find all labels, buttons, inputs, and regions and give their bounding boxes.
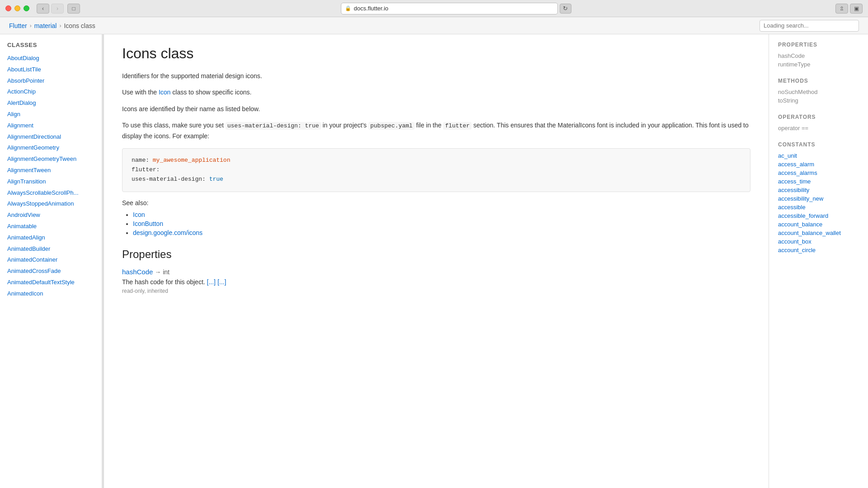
see-also-item-iconbutton: IconButton: [133, 219, 750, 228]
reload-button[interactable]: ↻: [560, 4, 571, 14]
sidebar-item-animatedcrossfade[interactable]: AnimatedCrossFade: [7, 266, 104, 277]
right-access-time[interactable]: access_time: [778, 177, 868, 186]
sidebar-item-alignmenttween[interactable]: AlignmentTween: [7, 165, 104, 176]
sidebar-item-animatedicon[interactable]: AnimatedIcon: [7, 288, 104, 300]
see-also-link-design[interactable]: design.google.com/icons: [133, 229, 203, 236]
right-sidebar-methods: METHODS noSuchMethod toString: [778, 78, 868, 105]
sidebar-item-absorbpointer[interactable]: AbsorbPointer: [7, 75, 104, 87]
desc-3: Icons are identified by their name as li…: [122, 104, 750, 114]
sidebar-item-animatedalign[interactable]: AnimatedAlign: [7, 232, 104, 244]
sidebar-item-animatable[interactable]: Animatable: [7, 221, 104, 232]
sidebar-item-aligntransition[interactable]: AlignTransition: [7, 176, 104, 188]
see-also-link-icon[interactable]: Icon: [133, 211, 145, 218]
sidebar-item-alignmentdirectional[interactable]: AlignmentDirectional: [7, 131, 104, 143]
right-accessible[interactable]: accessible: [778, 203, 868, 211]
sidebar-item-alignmentgeometrytween[interactable]: AlignmentGeometryTween: [7, 154, 104, 165]
right-methods-title: METHODS: [778, 78, 868, 84]
property-type-1: int: [163, 268, 170, 276]
property-hashcode-link[interactable]: hashCode: [122, 268, 153, 276]
right-accessible-forward[interactable]: accessible_forward: [778, 211, 868, 220]
right-sidebar-operators: OPERATORS operator ==: [778, 114, 868, 132]
code-pubspec: pubspec.yaml: [368, 122, 415, 130]
description: Identifiers for the supported material d…: [122, 71, 750, 141]
right-account-circle[interactable]: account_circle: [778, 246, 868, 254]
sidebar-item-align[interactable]: Align: [7, 109, 104, 120]
titlebar: ‹ › □ 🔒 docs.flutter.io ↻ ⇫ ▣: [0, 0, 868, 17]
sidebar-item-animateddefaulttextstyle[interactable]: AnimatedDefaultTextStyle: [7, 277, 104, 288]
search-input[interactable]: [760, 20, 859, 32]
breadcrumb-material[interactable]: material: [34, 22, 57, 29]
expand-button[interactable]: ▣: [850, 4, 863, 14]
right-nosuchmethod-link[interactable]: noSuchMethod: [778, 88, 868, 96]
right-operator-eq-link[interactable]: operator ==: [778, 124, 868, 132]
see-also-item-design: design.google.com/icons: [133, 228, 750, 237]
property-arrow-1: →: [155, 268, 161, 276]
traffic-lights: [5, 5, 29, 11]
sidebar-item-aboutlisttile[interactable]: AboutListTile: [7, 64, 104, 75]
sidebar-item-alertdialog[interactable]: AlertDialog: [7, 98, 104, 109]
right-runtimetype-link[interactable]: runtimeType: [778, 60, 868, 69]
right-account-box[interactable]: account_box: [778, 237, 868, 246]
code-line1-value: my_awesome_application: [153, 157, 231, 164]
right-ac-unit[interactable]: ac_unit: [778, 151, 868, 160]
main-layout: CLASSES AboutDialog AboutListTile Absorb…: [0, 34, 868, 488]
left-sidebar: CLASSES AboutDialog AboutListTile Absorb…: [0, 34, 104, 488]
breadcrumb-bar: Flutter › material › Icons class: [0, 17, 868, 34]
sidebar-item-alignmentgeometry[interactable]: AlignmentGeometry: [7, 142, 104, 154]
address-bar[interactable]: 🔒 docs.flutter.io: [341, 3, 558, 14]
icon-link[interactable]: Icon: [159, 89, 170, 96]
property-hashcode-more[interactable]: [...]: [207, 278, 216, 286]
sidebar-item-alignment[interactable]: Alignment: [7, 120, 104, 131]
sidebar-item-alwaysstoppedanimation[interactable]: AlwaysStoppedAnimation: [7, 198, 104, 210]
code-line-1: name: my_awesome_application: [132, 156, 741, 165]
sidebar-item-androidview[interactable]: AndroidView: [7, 210, 104, 221]
right-tostring-link[interactable]: toString: [778, 96, 868, 105]
sidebar-item-animatedcontainer[interactable]: AnimatedContainer: [7, 254, 104, 266]
property-suffix: [...]: [217, 278, 226, 286]
right-account-balance[interactable]: account_balance: [778, 220, 868, 229]
minimize-button[interactable]: [14, 5, 20, 11]
right-sidebar: PROPERTIES hashCode runtimeType METHODS …: [769, 34, 868, 488]
code-line3-value: true: [209, 176, 223, 183]
right-accessibility[interactable]: accessibility: [778, 186, 868, 194]
close-button[interactable]: [5, 5, 11, 11]
sidebar-toggle-button[interactable]: □: [67, 4, 80, 14]
sidebar-item-animatedbuilder[interactable]: AnimatedBuilder: [7, 244, 104, 255]
right-properties-title: PROPERTIES: [778, 42, 868, 48]
right-constants-title: CONSTANTS: [778, 141, 868, 148]
sidebar-section-title: CLASSES: [7, 42, 104, 48]
sidebar-item-alwaysscrollable[interactable]: AlwaysScrollableScrollPh...: [7, 188, 104, 199]
breadcrumb-flutter[interactable]: Flutter: [9, 22, 27, 29]
share-button[interactable]: ⇫: [835, 4, 848, 14]
back-button[interactable]: ‹: [37, 4, 49, 14]
desc-4: To use this class, make sure you set use…: [122, 120, 750, 141]
property-hashcode-sig: hashCode → int: [122, 268, 750, 276]
sidebar-item-actionchip[interactable]: ActionChip: [7, 86, 104, 98]
see-also-item-icon: Icon: [133, 210, 750, 219]
content-area: Icons class Identifiers for the supporte…: [104, 34, 769, 488]
see-also-title: See also:: [122, 199, 750, 206]
breadcrumb-sep-1: ›: [30, 23, 32, 29]
properties-heading: Properties: [122, 248, 750, 261]
maximize-button[interactable]: [24, 5, 29, 11]
toolbar-right: ⇫ ▣: [835, 4, 863, 14]
right-access-alarm[interactable]: access_alarm: [778, 160, 868, 169]
right-sidebar-constants: CONSTANTS ac_unit access_alarm access_al…: [778, 141, 868, 254]
right-account-balance-wallet[interactable]: account_balance_wallet: [778, 229, 868, 237]
forward-button[interactable]: ›: [51, 4, 64, 14]
desc-1: Identifiers for the supported material d…: [122, 71, 750, 81]
right-hashcode-link[interactable]: hashCode: [778, 52, 868, 60]
right-access-alarms[interactable]: access_alarms: [778, 169, 868, 177]
breadcrumb-sep-2: ›: [59, 23, 61, 29]
sidebar-item-aboutdialog[interactable]: AboutDialog: [7, 53, 104, 64]
desc-2: Use with the Icon class to show specific…: [122, 87, 750, 97]
address-bar-wrapper: 🔒 docs.flutter.io ↻: [80, 3, 832, 14]
code-line3-key: uses-material-design:: [132, 176, 209, 183]
code-line1-key: name:: [132, 157, 153, 164]
see-also-link-iconbutton[interactable]: IconButton: [133, 220, 163, 227]
code-line-2: flutter:: [132, 165, 741, 175]
lock-icon: 🔒: [345, 5, 351, 11]
see-also-list: Icon IconButton design.google.com/icons: [122, 210, 750, 237]
right-accessibility-new[interactable]: accessibility_new: [778, 194, 868, 203]
nav-buttons: ‹ ›: [37, 4, 64, 14]
